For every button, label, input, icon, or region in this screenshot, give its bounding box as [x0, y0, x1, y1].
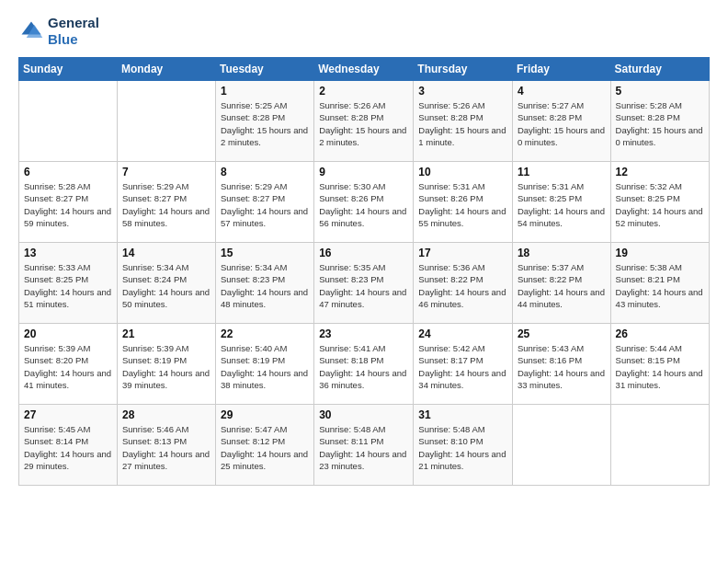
cell-info: Sunrise: 5:26 AMSunset: 8:28 PMDaylight:…: [319, 99, 408, 148]
day-number: 20: [24, 327, 112, 340]
calendar-cell: 21Sunrise: 5:39 AMSunset: 8:19 PMDayligh…: [117, 324, 215, 405]
cell-info: Sunrise: 5:37 AMSunset: 8:22 PMDaylight:…: [518, 261, 606, 310]
day-number: 8: [221, 166, 309, 178]
cell-info: Sunrise: 5:33 AMSunset: 8:25 PMDaylight:…: [24, 261, 112, 310]
cell-info: Sunrise: 5:43 AMSunset: 8:16 PMDaylight:…: [518, 342, 606, 391]
calendar-cell: 13Sunrise: 5:33 AMSunset: 8:25 PMDayligh…: [19, 243, 118, 324]
calendar-cell: 12Sunrise: 5:32 AMSunset: 8:25 PMDayligh…: [610, 162, 709, 243]
calendar-cell: 27Sunrise: 5:45 AMSunset: 8:14 PMDayligh…: [19, 405, 118, 486]
calendar-cell: 31Sunrise: 5:48 AMSunset: 8:10 PMDayligh…: [414, 405, 513, 486]
calendar-cell: 10Sunrise: 5:31 AMSunset: 8:26 PMDayligh…: [414, 162, 513, 243]
day-number: 18: [518, 247, 606, 259]
day-number: 28: [122, 408, 210, 421]
calendar-cell: 7Sunrise: 5:29 AMSunset: 8:27 PMDaylight…: [117, 162, 215, 243]
calendar-cell: 26Sunrise: 5:44 AMSunset: 8:15 PMDayligh…: [610, 324, 709, 405]
logo: General Blue: [18, 15, 99, 48]
cell-info: Sunrise: 5:29 AMSunset: 8:27 PMDaylight:…: [221, 180, 309, 229]
calendar-cell: 6Sunrise: 5:28 AMSunset: 8:27 PMDaylight…: [19, 162, 118, 243]
calendar-cell: 3Sunrise: 5:26 AMSunset: 8:28 PMDaylight…: [414, 81, 513, 162]
calendar-table: SundayMondayTuesdayWednesdayThursdayFrid…: [18, 57, 710, 486]
day-number: 9: [319, 166, 408, 178]
calendar-cell: 22Sunrise: 5:40 AMSunset: 8:19 PMDayligh…: [216, 324, 314, 405]
calendar-cell: 2Sunrise: 5:26 AMSunset: 8:28 PMDaylight…: [314, 81, 414, 162]
day-number: 11: [518, 166, 606, 178]
calendar-cell: 9Sunrise: 5:30 AMSunset: 8:26 PMDaylight…: [314, 162, 414, 243]
day-number: 5: [616, 85, 704, 98]
calendar-cell: 20Sunrise: 5:39 AMSunset: 8:20 PMDayligh…: [19, 324, 118, 405]
calendar-header-row: SundayMondayTuesdayWednesdayThursdayFrid…: [19, 58, 710, 81]
cell-info: Sunrise: 5:38 AMSunset: 8:21 PMDaylight:…: [616, 261, 704, 310]
cell-info: Sunrise: 5:28 AMSunset: 8:28 PMDaylight:…: [616, 99, 704, 148]
calendar-week-row: 27Sunrise: 5:45 AMSunset: 8:14 PMDayligh…: [19, 405, 710, 486]
cell-info: Sunrise: 5:41 AMSunset: 8:18 PMDaylight:…: [319, 342, 408, 391]
day-number: 22: [221, 327, 309, 340]
day-number: 19: [616, 247, 704, 259]
calendar-cell: 5Sunrise: 5:28 AMSunset: 8:28 PMDaylight…: [610, 81, 709, 162]
calendar-cell: 24Sunrise: 5:42 AMSunset: 8:17 PMDayligh…: [414, 324, 513, 405]
calendar-day-header: Wednesday: [314, 58, 414, 81]
cell-info: Sunrise: 5:40 AMSunset: 8:19 PMDaylight:…: [221, 342, 309, 391]
day-number: 30: [319, 408, 408, 421]
cell-info: Sunrise: 5:27 AMSunset: 8:28 PMDaylight:…: [518, 99, 606, 148]
day-number: 23: [319, 327, 408, 340]
cell-info: Sunrise: 5:29 AMSunset: 8:27 PMDaylight:…: [122, 180, 210, 229]
day-number: 15: [221, 247, 309, 259]
calendar-cell: 14Sunrise: 5:34 AMSunset: 8:24 PMDayligh…: [117, 243, 215, 324]
calendar-cell: 8Sunrise: 5:29 AMSunset: 8:27 PMDaylight…: [216, 162, 314, 243]
day-number: 26: [616, 327, 704, 340]
header: General Blue: [18, 15, 710, 48]
cell-info: Sunrise: 5:39 AMSunset: 8:20 PMDaylight:…: [24, 342, 112, 391]
calendar-cell: [117, 81, 215, 162]
page: General Blue SundayMondayTuesdayWednesda…: [0, 0, 728, 563]
calendar-cell: 15Sunrise: 5:34 AMSunset: 8:23 PMDayligh…: [216, 243, 314, 324]
calendar-cell: 17Sunrise: 5:36 AMSunset: 8:22 PMDayligh…: [414, 243, 513, 324]
calendar-cell: 16Sunrise: 5:35 AMSunset: 8:23 PMDayligh…: [314, 243, 414, 324]
calendar-day-header: Tuesday: [216, 58, 314, 81]
cell-info: Sunrise: 5:30 AMSunset: 8:26 PMDaylight:…: [319, 180, 408, 229]
calendar-day-header: Sunday: [19, 58, 118, 81]
calendar-day-header: Saturday: [610, 58, 709, 81]
cell-info: Sunrise: 5:47 AMSunset: 8:12 PMDaylight:…: [221, 423, 309, 472]
calendar-week-row: 1Sunrise: 5:25 AMSunset: 8:28 PMDaylight…: [19, 81, 710, 162]
day-number: 24: [418, 327, 507, 340]
logo-icon: [18, 18, 44, 44]
cell-info: Sunrise: 5:36 AMSunset: 8:22 PMDaylight:…: [418, 261, 507, 310]
cell-info: Sunrise: 5:34 AMSunset: 8:24 PMDaylight:…: [122, 261, 210, 310]
calendar-cell: 25Sunrise: 5:43 AMSunset: 8:16 PMDayligh…: [512, 324, 610, 405]
day-number: 29: [221, 408, 309, 421]
day-number: 3: [418, 85, 507, 98]
cell-info: Sunrise: 5:32 AMSunset: 8:25 PMDaylight:…: [616, 180, 704, 229]
day-number: 4: [518, 85, 606, 98]
day-number: 13: [24, 247, 112, 259]
cell-info: Sunrise: 5:45 AMSunset: 8:14 PMDaylight:…: [24, 423, 112, 472]
day-number: 25: [518, 327, 606, 340]
cell-info: Sunrise: 5:34 AMSunset: 8:23 PMDaylight:…: [221, 261, 309, 310]
calendar-day-header: Friday: [512, 58, 610, 81]
day-number: 31: [418, 408, 507, 421]
cell-info: Sunrise: 5:28 AMSunset: 8:27 PMDaylight:…: [24, 180, 112, 229]
day-number: 10: [418, 166, 507, 178]
calendar-cell: 23Sunrise: 5:41 AMSunset: 8:18 PMDayligh…: [314, 324, 414, 405]
calendar-cell: 28Sunrise: 5:46 AMSunset: 8:13 PMDayligh…: [117, 405, 215, 486]
day-number: 14: [122, 247, 210, 259]
cell-info: Sunrise: 5:48 AMSunset: 8:11 PMDaylight:…: [319, 423, 408, 472]
cell-info: Sunrise: 5:48 AMSunset: 8:10 PMDaylight:…: [418, 423, 507, 472]
day-number: 7: [122, 166, 210, 178]
calendar-cell: 18Sunrise: 5:37 AMSunset: 8:22 PMDayligh…: [512, 243, 610, 324]
calendar-week-row: 13Sunrise: 5:33 AMSunset: 8:25 PMDayligh…: [19, 243, 710, 324]
calendar-week-row: 20Sunrise: 5:39 AMSunset: 8:20 PMDayligh…: [19, 324, 710, 405]
calendar-cell: [512, 405, 610, 486]
cell-info: Sunrise: 5:26 AMSunset: 8:28 PMDaylight:…: [418, 99, 507, 148]
cell-info: Sunrise: 5:42 AMSunset: 8:17 PMDaylight:…: [418, 342, 507, 391]
day-number: 27: [24, 408, 112, 421]
day-number: 2: [319, 85, 408, 98]
calendar-cell: 30Sunrise: 5:48 AMSunset: 8:11 PMDayligh…: [314, 405, 414, 486]
calendar-week-row: 6Sunrise: 5:28 AMSunset: 8:27 PMDaylight…: [19, 162, 710, 243]
calendar-cell: 1Sunrise: 5:25 AMSunset: 8:28 PMDaylight…: [216, 81, 314, 162]
cell-info: Sunrise: 5:44 AMSunset: 8:15 PMDaylight:…: [616, 342, 704, 391]
day-number: 16: [319, 247, 408, 259]
cell-info: Sunrise: 5:46 AMSunset: 8:13 PMDaylight:…: [122, 423, 210, 472]
cell-info: Sunrise: 5:31 AMSunset: 8:25 PMDaylight:…: [518, 180, 606, 229]
cell-info: Sunrise: 5:25 AMSunset: 8:28 PMDaylight:…: [221, 99, 309, 148]
calendar-cell: 4Sunrise: 5:27 AMSunset: 8:28 PMDaylight…: [512, 81, 610, 162]
